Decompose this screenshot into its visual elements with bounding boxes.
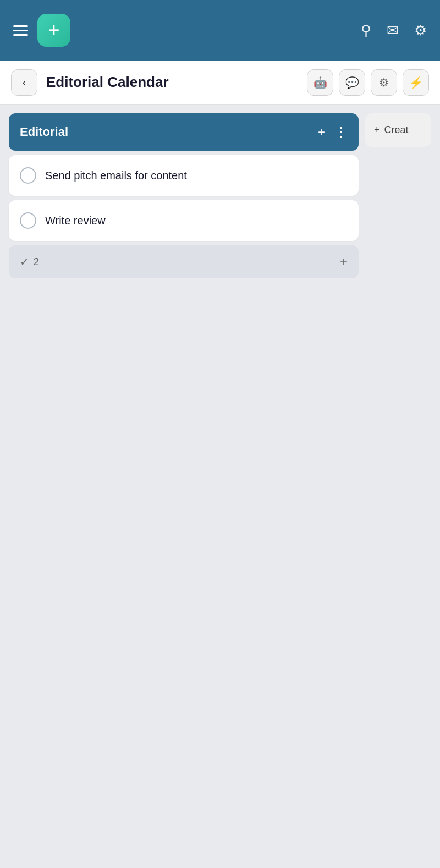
list-header: Editorial + ⋮ (9, 113, 359, 151)
list-footer: ✓ 2 + (9, 245, 359, 278)
task-label-2: Write review (45, 215, 106, 227)
page-title: Editorial Calendar (46, 74, 298, 91)
chat-button[interactable]: 💬 (339, 69, 365, 96)
ai-button[interactable]: ⚡ (403, 69, 429, 96)
footer-count-area[interactable]: ✓ 2 (20, 255, 39, 268)
list-column-editorial: Editorial + ⋮ Send pitch emails for cont… (9, 113, 359, 859)
list-title: Editorial (20, 125, 68, 139)
task-checkbox-2[interactable] (20, 212, 36, 229)
search-icon[interactable]: ⚲ (361, 22, 371, 39)
bot-icon: 🤖 (314, 76, 327, 89)
chat-icon: 💬 (345, 76, 359, 89)
create-column: + Creat (365, 113, 431, 859)
task-count: 2 (34, 256, 39, 268)
create-list-button[interactable]: + Creat (365, 113, 431, 147)
task-label-1: Send pitch emails for content (45, 169, 187, 182)
plus-icon: + (48, 20, 59, 40)
list-more-icon[interactable]: ⋮ (334, 124, 348, 140)
lightning-icon: ⚡ (409, 76, 423, 89)
checkmark-icon: ✓ (20, 255, 29, 268)
top-nav-bar: + ⚲ ✉ ⚙ (0, 0, 440, 61)
settings-button[interactable]: ⚙ (371, 69, 397, 96)
create-label: Creat (384, 124, 409, 136)
list-header-actions: + ⋮ (318, 124, 348, 140)
create-plus-icon: + (374, 124, 380, 136)
main-content: Editorial + ⋮ Send pitch emails for cont… (0, 105, 440, 868)
sub-header-actions: 🤖 💬 ⚙ ⚡ (307, 69, 429, 96)
add-button[interactable]: + (37, 14, 70, 47)
sub-header: ‹ Editorial Calendar 🤖 💬 ⚙ ⚡ (0, 61, 440, 105)
task-card-1[interactable]: Send pitch emails for content (9, 155, 359, 196)
chevron-left-icon: ‹ (23, 76, 26, 89)
bot-button[interactable]: 🤖 (307, 69, 333, 96)
task-checkbox-1[interactable] (20, 167, 36, 184)
footer-add-button[interactable]: + (340, 254, 348, 270)
chat-icon[interactable]: ✉ (387, 22, 399, 39)
notification-icon[interactable]: ⚙ (414, 22, 427, 39)
top-nav-left: + (13, 14, 70, 47)
list-add-icon[interactable]: + (318, 124, 326, 140)
task-card-2[interactable]: Write review (9, 200, 359, 241)
back-button[interactable]: ‹ (11, 69, 37, 96)
top-nav-right: ⚲ ✉ ⚙ (361, 22, 427, 39)
hamburger-menu-button[interactable] (13, 25, 28, 36)
gear-icon: ⚙ (379, 76, 389, 89)
